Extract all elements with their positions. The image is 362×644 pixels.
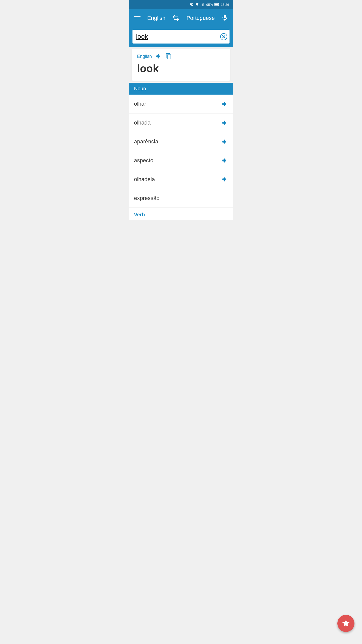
list-item: olhadela	[129, 170, 233, 189]
translation-word: aparência	[134, 138, 158, 145]
source-word: look	[137, 63, 225, 75]
hamburger-line-1	[134, 16, 141, 17]
translation-card: English look	[132, 49, 230, 81]
translation-word: olhada	[134, 119, 151, 126]
svg-rect-3	[203, 3, 204, 6]
svg-rect-7	[224, 15, 226, 18]
battery-text: 95%	[206, 3, 213, 7]
copy-button[interactable]	[165, 53, 172, 60]
signal-icon	[201, 3, 205, 7]
translation-word: expressão	[134, 195, 160, 202]
sound-button[interactable]	[221, 138, 228, 145]
status-icons: 95% 15:26	[190, 3, 229, 7]
card-language-label: English	[137, 54, 152, 59]
translation-word: olhar	[134, 101, 146, 107]
sound-button[interactable]	[221, 119, 228, 126]
verb-section-header: Verb	[129, 208, 233, 220]
sound-button[interactable]	[221, 101, 228, 107]
svg-rect-1	[202, 4, 202, 6]
microphone-button[interactable]	[221, 14, 228, 22]
svg-rect-0	[201, 5, 201, 6]
translation-word: olhadela	[134, 176, 155, 183]
svg-rect-2	[203, 4, 203, 6]
battery-icon	[214, 3, 219, 6]
list-item: expressão	[129, 189, 233, 208]
clear-button[interactable]	[220, 33, 227, 40]
swap-languages-button[interactable]	[172, 15, 180, 21]
list-item: olhar	[129, 95, 233, 113]
status-bar: 95% 15:26	[129, 0, 233, 9]
target-language[interactable]: Portuguese	[187, 15, 215, 21]
wifi-icon	[195, 3, 199, 7]
translation-list: olhar olhada aparência aspecto	[129, 95, 233, 208]
mute-icon	[190, 3, 194, 7]
top-bar: English Portuguese	[129, 9, 233, 27]
translation-word: aspecto	[134, 157, 153, 164]
time-text: 15:26	[221, 3, 229, 7]
sound-button[interactable]	[221, 157, 228, 164]
list-item: aparência	[129, 132, 233, 151]
list-item: olhada	[129, 113, 233, 132]
search-container	[129, 27, 233, 47]
list-item: aspecto	[129, 151, 233, 170]
hamburger-line-2	[134, 18, 141, 18]
hamburger-line-3	[134, 20, 141, 20]
svg-rect-6	[215, 4, 218, 6]
search-input[interactable]	[136, 33, 218, 41]
hamburger-menu[interactable]	[134, 16, 141, 20]
sound-button[interactable]	[221, 176, 228, 183]
search-box	[132, 30, 230, 44]
source-language[interactable]: English	[147, 15, 165, 21]
svg-rect-5	[219, 4, 219, 5]
card-header: English	[137, 53, 225, 60]
noun-section-header: Noun	[129, 83, 233, 95]
speak-button[interactable]	[155, 53, 162, 60]
